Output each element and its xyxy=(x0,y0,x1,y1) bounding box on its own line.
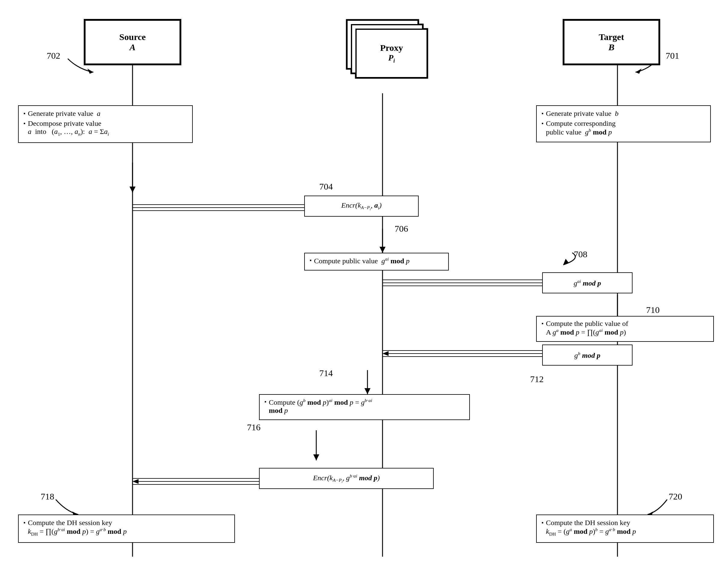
target-init-box: Generate private value b Compute corresp… xyxy=(536,105,711,142)
svg-text:708: 708 xyxy=(574,249,587,259)
svg-text:704: 704 xyxy=(319,182,333,191)
svg-text:706: 706 xyxy=(395,224,408,233)
encr-send-box: Encr(kA−Pi, ai) xyxy=(304,196,419,217)
compute-gbai-item: Compute (gb mod p)ai mod p = gb⋅ai mod p xyxy=(264,398,465,415)
compute-pubA-box: Compute the public value of A ga mod p =… xyxy=(536,316,714,342)
source-init-box: Generate private value a Decompose priva… xyxy=(18,105,193,143)
target-init-item1: Generate private value b xyxy=(542,110,706,118)
svg-marker-20 xyxy=(379,247,385,253)
target-label: Target xyxy=(599,32,624,42)
encr-return-box: Encr(kA−Pi, gb⋅ai mod p) xyxy=(259,468,434,489)
compute-pubA-item: Compute the public value of A ga mod p =… xyxy=(542,319,709,336)
gb-modp-box: gb mod p xyxy=(542,345,632,366)
source-init-item2: Decompose private value a into (a1, …, a… xyxy=(23,120,187,137)
target-sublabel: B xyxy=(599,42,624,52)
target-key-box: Compute the DH session key kDH = (ga mod… xyxy=(536,514,714,543)
source-key-box: Compute the DH session key kDH = ∏(gb⋅ai… xyxy=(18,514,235,543)
source-key-item: Compute the DH session key kDH = ∏(gb⋅ai… xyxy=(23,519,230,537)
source-label: Source xyxy=(119,32,146,42)
svg-marker-44 xyxy=(132,479,138,484)
proxy-label: Proxy xyxy=(380,43,403,53)
gb-modp-formula: gb mod p xyxy=(574,351,600,360)
compute-gbai-box: Compute (gb mod p)ai mod p = gb⋅ai mod p xyxy=(259,394,470,420)
svg-marker-8 xyxy=(87,69,94,74)
svg-text:702: 702 xyxy=(47,51,60,61)
proxy-entity-box-front: Proxy Pi xyxy=(355,28,428,78)
encr-send-formula: Encr(kA−Pi, ai) xyxy=(341,201,382,211)
svg-marker-11 xyxy=(129,187,135,193)
gai-modp-formula: gai mod p xyxy=(574,279,601,287)
target-init-item2: Compute corresponding public value gb mo… xyxy=(542,120,706,136)
svg-marker-9 xyxy=(635,69,642,74)
proxy-sublabel: Pi xyxy=(380,53,403,64)
svg-marker-38 xyxy=(364,388,370,394)
svg-text:720: 720 xyxy=(669,491,682,501)
svg-text:710: 710 xyxy=(646,305,660,315)
compute-pub-box: Compute public value gai mod p xyxy=(304,253,449,271)
source-entity-box: Source A xyxy=(84,19,181,65)
target-key-item: Compute the DH session key kDH = (ga mod… xyxy=(542,519,709,537)
svg-text:718: 718 xyxy=(41,491,54,501)
gai-modp-box: gai mod p xyxy=(542,272,632,293)
svg-text:701: 701 xyxy=(666,51,679,61)
encr-return-formula: Encr(kA−Pi, gb⋅ai mod p) xyxy=(313,473,379,484)
svg-marker-40 xyxy=(313,454,319,460)
target-entity-box: Target B xyxy=(563,19,660,65)
compute-pub-item: Compute public value gai mod p xyxy=(310,257,443,265)
svg-text:714: 714 xyxy=(319,368,333,378)
source-sublabel: A xyxy=(119,42,146,52)
svg-text:716: 716 xyxy=(247,422,260,432)
diagram-container: 702 701 704 706 708 710 712 714 716 718 … xyxy=(0,0,728,572)
source-init-item1: Generate private value a xyxy=(23,110,187,118)
svg-marker-28 xyxy=(563,259,569,265)
svg-marker-33 xyxy=(382,351,388,356)
svg-text:712: 712 xyxy=(530,374,544,384)
